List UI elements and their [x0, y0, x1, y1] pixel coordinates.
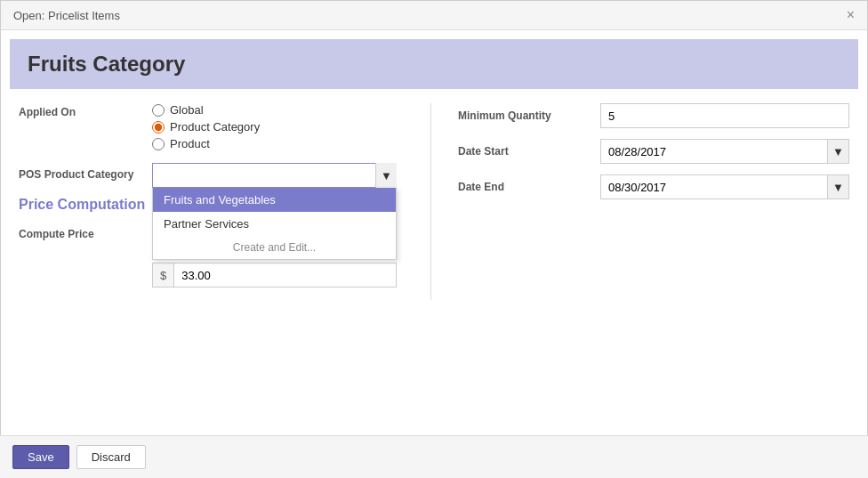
date-end-label: Date End [458, 181, 600, 193]
radio-product-label: Product [170, 137, 210, 150]
chevron-down-icon: ▼ [381, 169, 392, 182]
radio-global-input[interactable] [152, 104, 165, 117]
date-start-row: Date Start ▼ [458, 139, 849, 164]
date-end-input[interactable] [601, 175, 848, 198]
form-body: Applied On Global Product Category Produ… [1, 89, 867, 314]
discard-button[interactable]: Discard [76, 445, 146, 469]
min-quantity-row: Minimum Quantity [458, 103, 849, 128]
right-section: Minimum Quantity Date Start ▼ Date End [458, 103, 849, 300]
pos-category-dropdown-menu: Fruits and Vegetables Partner Services C… [152, 188, 397, 260]
save-button[interactable]: Save [12, 445, 69, 469]
dialog-title: Open: Pricelist Items [13, 9, 120, 22]
applied-on-row: Applied On Global Product Category Produ… [19, 103, 404, 150]
pos-category-dropdown-wrapper: ▼ Fruits and Vegetables Partner Services… [152, 163, 397, 188]
close-button[interactable]: × [847, 8, 855, 22]
record-title: Fruits Category [28, 52, 840, 77]
price-input-wrapper: $ [152, 263, 397, 288]
column-separator [430, 103, 431, 300]
radio-global-label: Global [170, 103, 204, 117]
footer: Save Discard [0, 435, 868, 478]
price-input[interactable] [174, 263, 396, 287]
radio-product[interactable]: Product [152, 137, 404, 150]
min-quantity-input[interactable] [600, 103, 849, 128]
date-end-row: Date End ▼ [458, 174, 849, 199]
radio-product-category-label: Product Category [170, 120, 260, 134]
pos-category-dropdown-toggle[interactable]: ▼ [375, 163, 397, 188]
date-start-input[interactable] [601, 140, 848, 163]
pos-category-row: POS Product Category ▼ Fruits and Vegeta… [19, 163, 404, 188]
min-quantity-label: Minimum Quantity [458, 109, 600, 122]
date-start-label: Date Start [458, 145, 600, 158]
radio-global[interactable]: Global [152, 103, 404, 117]
date-end-wrapper: ▼ [600, 174, 849, 199]
pos-category-label: POS Product Category [19, 163, 152, 181]
radio-product-input[interactable] [152, 138, 165, 150]
dropdown-item-create-edit[interactable]: Create and Edit... [153, 236, 396, 259]
radio-product-category[interactable]: Product Category [152, 120, 404, 134]
date-start-wrapper: ▼ [600, 139, 849, 164]
record-header: Fruits Category [10, 39, 858, 89]
applied-on-label: Applied On [19, 103, 152, 118]
dropdown-item-partner[interactable]: Partner Services [153, 212, 396, 236]
radio-product-category-input[interactable] [152, 121, 165, 134]
pos-category-input[interactable] [152, 163, 397, 188]
price-prefix: $ [153, 263, 174, 287]
compute-price-label: Compute Price [19, 225, 152, 240]
dialog-header: Open: Pricelist Items × [1, 1, 867, 30]
applied-on-field: Global Product Category Product [152, 103, 404, 150]
dropdown-item-fruits[interactable]: Fruits and Vegetables [153, 188, 396, 212]
